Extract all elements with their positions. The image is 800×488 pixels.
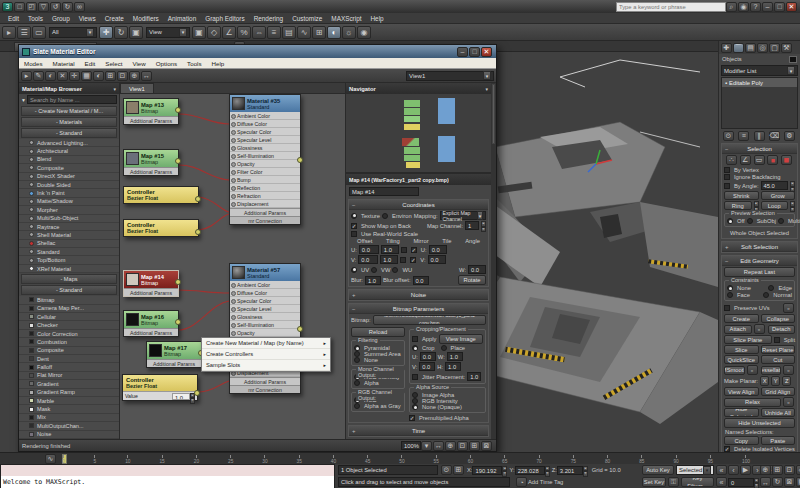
- copy-button[interactable]: Copy: [724, 436, 759, 445]
- align-icon[interactable]: ≡: [267, 26, 281, 39]
- material-slot[interactable]: Self-Illumination: [230, 152, 300, 160]
- grid-align-button[interactable]: Grid Align: [761, 387, 796, 396]
- communication-center-icon[interactable]: ◉: [738, 2, 749, 12]
- cut-button[interactable]: Cut: [761, 355, 796, 364]
- assign-material-to-selection-icon[interactable]: ◐: [45, 71, 56, 81]
- node-view-canvas[interactable]: Map #13Bitmap Additional Params Map #15B…: [120, 94, 345, 439]
- open-mini-curve-editor-icon[interactable]: ∿: [45, 454, 56, 464]
- create-button[interactable]: Create: [724, 314, 759, 323]
- material-slot[interactable]: Specular Color: [230, 128, 300, 136]
- crop-v-field[interactable]: 0.0: [419, 362, 435, 371]
- field-of-view-icon[interactable]: ◇: [796, 465, 800, 475]
- create-tab-icon[interactable]: ✚: [721, 43, 732, 53]
- menu-item[interactable]: Edit: [8, 15, 19, 22]
- material-slot[interactable]: Reflection: [230, 184, 300, 192]
- node-material57[interactable]: Material #57Standard Ambient ColorDiffus…: [229, 263, 301, 394]
- node-controller1[interactable]: ControllerBezier Float: [123, 186, 199, 204]
- remove-modifier-icon[interactable]: ⌫: [769, 131, 780, 141]
- rendered-frame-icon[interactable]: ◉: [357, 26, 371, 39]
- apply-checkbox[interactable]: [412, 336, 418, 342]
- planar-y-button[interactable]: Y: [771, 376, 780, 386]
- percent-snap-icon[interactable]: %: [237, 26, 251, 39]
- browser-band-standard2[interactable]: - Standard: [21, 285, 117, 295]
- node-map13[interactable]: Map #13Bitmap Additional Params: [123, 98, 179, 125]
- window-maximize-icon[interactable]: □: [774, 2, 785, 12]
- texture-radio[interactable]: [351, 213, 357, 219]
- constraint-edge-radio[interactable]: [768, 285, 774, 291]
- output-socket[interactable]: [297, 326, 303, 332]
- output-socket[interactable]: [194, 390, 200, 396]
- node-footer-mr-connection[interactable]: mr Connection: [230, 216, 300, 224]
- browser-material-item[interactable]: Composite: [19, 164, 119, 172]
- browser-material-item[interactable]: DirectX Shader: [19, 173, 119, 181]
- by-angle-spinner[interactable]: ▴▾: [790, 181, 795, 190]
- search-dropdown-icon[interactable]: ▼: [21, 97, 26, 103]
- browser-map-item[interactable]: Bitmap: [19, 296, 119, 304]
- dropdown-arrow-icon[interactable]: ▾: [787, 66, 795, 75]
- undo-icon[interactable]: ↺: [50, 2, 61, 12]
- time-tag-icon[interactable]: ◔: [516, 477, 527, 487]
- browser-material-item[interactable]: Advanced Lighting...: [19, 139, 119, 147]
- zoom-tool-icon[interactable]: ⊕: [129, 71, 140, 81]
- node-map15[interactable]: Map #15Bitmap Additional Params: [123, 149, 179, 176]
- split-checkbox[interactable]: [774, 337, 780, 343]
- browser-map-item[interactable]: Cellular: [19, 313, 119, 321]
- slate-view-dropdown[interactable]: View1▾: [406, 71, 494, 81]
- absolute-mode-icon[interactable]: ⊞: [453, 465, 464, 475]
- noise-rollout-header[interactable]: +Noise: [349, 290, 488, 300]
- u-mirror-checkbox[interactable]: [401, 247, 407, 253]
- previous-frame-icon[interactable]: ‹: [728, 465, 739, 475]
- map-channel-spinner[interactable]: ▴▾: [481, 221, 486, 230]
- window-minimize-icon[interactable]: –: [762, 2, 773, 12]
- v-angle-field[interactable]: 0.0: [428, 255, 446, 264]
- browser-material-item[interactable]: Blend: [19, 156, 119, 164]
- ignore-backfacing-checkbox[interactable]: [724, 174, 730, 180]
- preview-subobj-radio[interactable]: [747, 218, 753, 224]
- node-footer[interactable]: Additional Params: [124, 328, 178, 336]
- show-shaded-material-icon[interactable]: ◐: [93, 71, 104, 81]
- v-tiling-field[interactable]: 1.0: [380, 255, 398, 264]
- browser-map-item[interactable]: Gradient: [19, 380, 119, 388]
- select-and-rotate-icon[interactable]: ↻: [114, 26, 128, 39]
- select-and-scale-icon[interactable]: ▣: [129, 26, 143, 39]
- z-spinner[interactable]: ▴▾: [583, 466, 588, 475]
- select-link-icon[interactable]: ∞: [74, 2, 85, 12]
- help-icon[interactable]: ?: [750, 2, 761, 12]
- v-tile-checkbox[interactable]: ✓: [410, 257, 416, 263]
- relax-button[interactable]: Relax: [724, 398, 781, 407]
- material-editor-icon[interactable]: ◐: [327, 26, 341, 39]
- by-angle-checkbox[interactable]: [724, 183, 730, 189]
- output-socket[interactable]: [195, 229, 201, 235]
- pan-tool-icon[interactable]: ↔: [141, 71, 152, 81]
- mirror-icon[interactable]: ⇔: [252, 26, 266, 39]
- navigator-minimap[interactable]: [346, 94, 491, 174]
- browser-map-item[interactable]: Mask: [19, 405, 119, 413]
- new-scene-icon[interactable]: □: [14, 2, 25, 12]
- browser-material-item[interactable]: Architectural: [19, 147, 119, 155]
- msmooth-settings-icon[interactable]: ▫: [747, 365, 758, 375]
- context-menu-item[interactable]: Create Controllers▸: [202, 349, 330, 360]
- move-children-icon[interactable]: ✛: [69, 71, 80, 81]
- play-animation-icon[interactable]: ▶: [740, 465, 751, 475]
- shrink-button[interactable]: Shrink: [724, 191, 759, 200]
- material-slot[interactable]: Refraction: [230, 192, 300, 200]
- infocenter-search-input[interactable]: [616, 2, 726, 12]
- msmooth-button[interactable]: MSmooth: [724, 366, 745, 375]
- browser-material-item[interactable]: Ink 'n Paint: [19, 189, 119, 197]
- jitter-placement-checkbox[interactable]: [412, 374, 418, 380]
- select-and-move-icon[interactable]: ✛: [99, 26, 113, 39]
- hide-unselected-button[interactable]: Hide Unselected: [724, 418, 795, 428]
- material-slot[interactable]: Diffuse Color: [230, 289, 300, 297]
- slate-minimize-icon[interactable]: –: [457, 47, 468, 57]
- element-subobject-icon[interactable]: ◼: [781, 155, 792, 165]
- render-setup-icon[interactable]: ☼: [342, 26, 356, 39]
- use-real-world-scale-checkbox[interactable]: [351, 231, 357, 237]
- show-map-on-back-checkbox[interactable]: ✓: [351, 223, 357, 229]
- macro-recorder-pane[interactable]: [1, 465, 334, 476]
- u-angle-field[interactable]: 0.0: [429, 245, 447, 254]
- browser-material-item[interactable]: Raytrace: [19, 223, 119, 231]
- menu-item[interactable]: Graph Editors: [205, 15, 244, 22]
- open-file-icon[interactable]: ◰: [26, 2, 37, 12]
- uv-radio[interactable]: [351, 267, 357, 273]
- crop-w-field[interactable]: 1.0: [447, 352, 463, 361]
